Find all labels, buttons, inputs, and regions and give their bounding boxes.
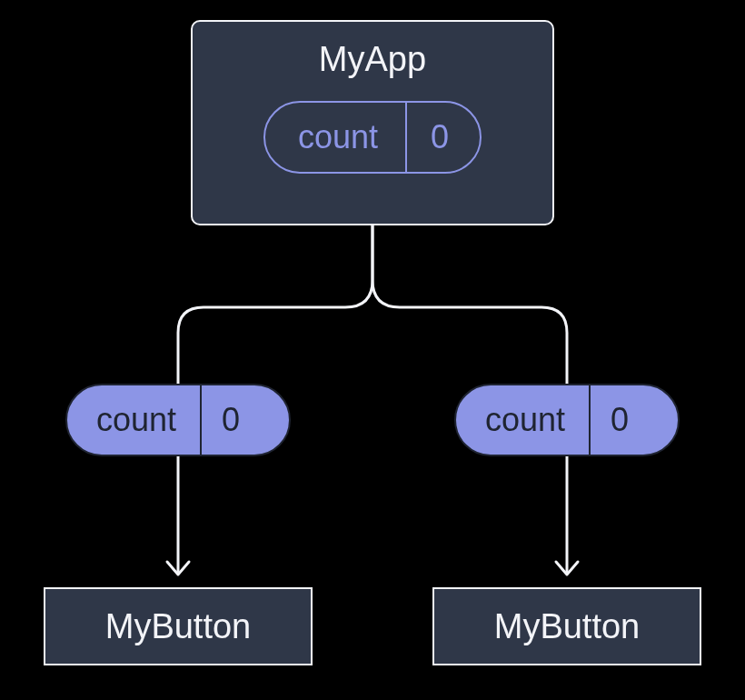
component-myapp: MyApp count 0	[191, 20, 554, 225]
component-mybutton-left: MyButton	[44, 587, 313, 665]
state-label: count	[265, 118, 405, 156]
state-value: 0	[407, 118, 480, 156]
myapp-title: MyApp	[319, 40, 426, 79]
prop-value: 0	[591, 401, 656, 439]
component-mybutton-right: MyButton	[432, 587, 701, 665]
prop-label: count	[67, 401, 200, 439]
prop-pill-left: count 0	[65, 384, 291, 456]
prop-value: 0	[202, 401, 267, 439]
prop-pill-right: count 0	[454, 384, 680, 456]
state-pill-myapp: count 0	[263, 101, 482, 174]
mybutton-label: MyButton	[105, 607, 252, 646]
mybutton-label: MyButton	[494, 607, 641, 646]
prop-label: count	[456, 401, 589, 439]
